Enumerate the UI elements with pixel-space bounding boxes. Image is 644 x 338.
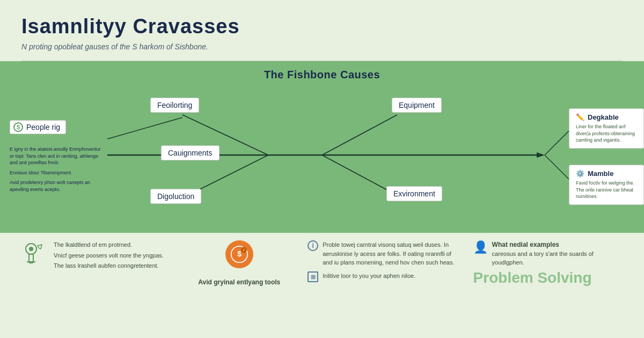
person-icon: 👤 [473, 240, 488, 254]
svg-line-9 [545, 155, 569, 179]
people-number: S [17, 124, 20, 130]
fishbone-diagram: The Fishbone Causes S People rig E [0, 61, 644, 233]
info-icon-2: ▦ [308, 271, 318, 282]
svg-line-7 [322, 155, 397, 195]
bottom-sub-text: Inlitive loor to you your aphen niloe. [323, 271, 415, 281]
degkable-label: Degkable [588, 113, 619, 121]
cause-exvironment: Exvironment [386, 186, 442, 201]
bottom-section: The lkaldtlend of em protrned. Vnicf gee… [0, 233, 644, 312]
col4-desc: careosus and a tory s'ant the suards of … [492, 249, 623, 267]
svg-marker-1 [537, 152, 545, 158]
subtitle: N proting opobleat gauses of the S harko… [21, 42, 623, 51]
cause-equipment: Equipment [392, 98, 442, 113]
degkable-desc: Liner for the floated anf diver(a profen… [576, 123, 637, 144]
svg-text:✓: ✓ [243, 248, 245, 252]
bottom-text-1: The lkaldtlend of em protrned. Vnicf gee… [54, 240, 164, 272]
bottom-info-text: Proble towej carntral visonq satuq weil … [323, 240, 457, 267]
svg-line-6 [322, 115, 397, 155]
svg-line-8 [545, 131, 569, 155]
bottom-line-3: The lass lrashell aubfen conngretentent. [54, 261, 164, 270]
tools-icon [21, 241, 47, 267]
bottom-col-3: i Proble towej carntral visonq satuq wei… [308, 240, 457, 282]
right-box-mamble: ⚙️ Mamble Favid foctlv for welging the. … [569, 165, 644, 205]
mamble-label: Mamble [588, 170, 613, 178]
mamble-desc: Favid foctlv for welging the. The orile … [576, 180, 637, 200]
bottom-col-4: 👤 What nedial examples careosus and a to… [473, 240, 623, 286]
page-title: Isamnlityy Cravasses [21, 15, 623, 38]
left-description: E igny in the atatest-anodly Enmphoventu… [10, 146, 104, 193]
col4-label: What nedial examples [492, 240, 623, 249]
svg-point-15 [29, 247, 33, 251]
bottom-line-2: Vnicf geese poosers volt nore the yngpas… [54, 251, 164, 260]
info-icon-1: i [308, 240, 318, 251]
pencil-icon: ✏️ [576, 113, 584, 121]
gear-icon: ⚙️ [576, 170, 584, 178]
people-icon: S [13, 122, 23, 132]
orange-icon: $ ✓ [225, 240, 253, 268]
top-section: Isamnlityy Cravasses N proting opobleat … [0, 0, 644, 61]
bottom-icon-1 [21, 241, 47, 267]
bottom-col-1: The lkaldtlend of em protrned. Vnicf gee… [21, 240, 171, 272]
people-label: People rig [26, 123, 60, 131]
bottom-line-1: The lkaldtlend of em protrned. [54, 240, 164, 249]
problem-solving-label: Problem Solving [473, 269, 592, 286]
svg-text:$: $ [237, 249, 241, 258]
bottom-col-2-label: Avid gryinal entlyang tools [198, 278, 280, 287]
cause-digoluction: Digoluction [150, 189, 201, 204]
cause-feoilorting: Feoilorting [150, 98, 199, 113]
right-box-degkable: ✏️ Degkable Liner for the floated anf di… [569, 108, 644, 149]
money-icon: $ ✓ [230, 245, 249, 264]
svg-line-5 [107, 117, 182, 139]
bottom-col-2: $ ✓ Avid gryinal entlyang tools [187, 240, 291, 287]
cause-cauignments: Cauignments [161, 145, 219, 160]
people-box: S People rig [10, 120, 66, 134]
